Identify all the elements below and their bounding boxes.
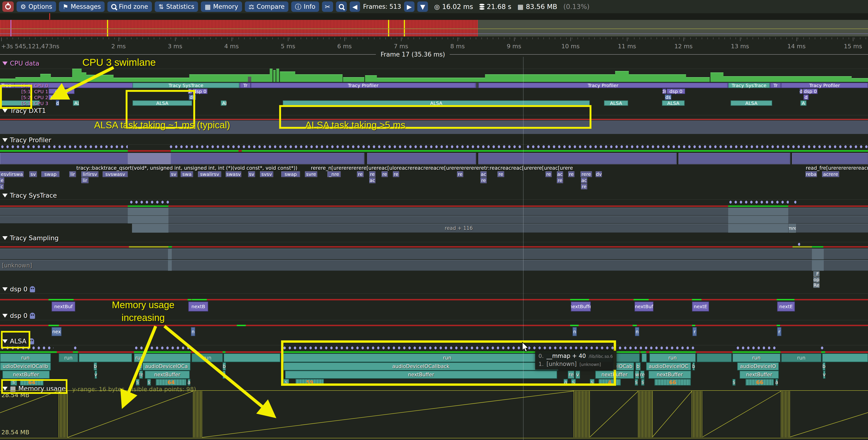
profiler-zone[interactable]: re — [498, 171, 504, 177]
sampling-stack-zone[interactable]: Re — [813, 283, 819, 288]
profiler-zone[interactable]: re — [581, 184, 587, 189]
profiler-zone[interactable]: e — [0, 177, 4, 183]
profiler-zone[interactable] — [0, 153, 364, 164]
profiler-zone[interactable]: ac — [480, 171, 487, 177]
alsa-detail-zone[interactable]: s — [635, 379, 638, 386]
profiler-zone[interactable] — [679, 153, 790, 164]
systrace-zone[interactable] — [728, 208, 788, 215]
profiler-zone[interactable]: svre — [305, 171, 317, 177]
alsa-callback-zone[interactable]: b — [223, 362, 226, 371]
sampling-zone[interactable] — [0, 248, 868, 259]
tools-button[interactable]: ✂ — [322, 1, 333, 12]
dsp1-zone[interactable]: nextE — [692, 301, 709, 312]
section-header-tracy-systrace[interactable]: Tracy SysTrace — [2, 192, 57, 199]
cpu0-zone[interactable]: Tracy SysTrace — [132, 83, 240, 88]
profiler-zone[interactable] — [792, 153, 868, 164]
alsa-run-zone[interactable] — [79, 353, 132, 362]
sampling-zone[interactable] — [168, 260, 172, 271]
profiler-zone[interactable]: re — [568, 171, 575, 177]
profiler-zone[interactable]: sv — [170, 171, 178, 177]
messages-button[interactable]: ⚑Messages — [59, 1, 105, 12]
alsa-nextbuffer-zone[interactable]: v — [823, 371, 826, 379]
profiler-zone[interactable]: swasv — [226, 171, 241, 177]
dsp2-zone[interactable]: n — [635, 327, 639, 336]
dsp1-zone[interactable]: nextB — [188, 301, 208, 312]
cpu3-zone[interactable]: AL — [221, 100, 226, 106]
profiler-zone[interactable]: re — [546, 171, 552, 177]
cpu0-zone[interactable]: Tracy SysTrace — [728, 83, 770, 88]
alsa-run-zone[interactable] — [822, 353, 868, 362]
info-button[interactable]: ⓘInfo — [291, 1, 319, 12]
statistics-button[interactable]: ⇅Statistics — [155, 1, 198, 12]
profiler-zone[interactable]: re — [357, 171, 364, 177]
dsp1-zone[interactable]: nextBuf — [52, 301, 75, 312]
profiler-zone[interactable]: acrere — [822, 171, 839, 177]
alsa-run-zone[interactable]: run — [0, 353, 51, 362]
dsp1-zone[interactable]: nextE — [777, 301, 795, 312]
cpu2-zone[interactable]: d — [803, 94, 809, 100]
alsa-run-zone[interactable] — [613, 353, 640, 362]
prev-frame-button[interactable]: ◀ — [350, 1, 360, 12]
sample-dots[interactable] — [820, 347, 824, 350]
cpu3-zone[interactable]: ALSA — [604, 100, 628, 106]
profiler-zone[interactable]: _nre — [328, 171, 341, 177]
cpu3-zone[interactable]: d — [56, 100, 59, 106]
options-button[interactable]: ⚙Options — [17, 1, 56, 12]
sample-dots[interactable] — [0, 145, 128, 148]
profiler-zone[interactable]: re — [480, 177, 487, 183]
alsa-callback-zone[interactable]: audioDeviceIOCa — [143, 362, 190, 371]
profiler-zone[interactable]: swalirsv — [198, 171, 221, 177]
alsa-run-zone[interactable]: run — [781, 353, 822, 362]
sample-dots[interactable] — [526, 145, 868, 148]
alsa-detail-zone[interactable]: s — [147, 379, 151, 386]
profiler-zone[interactable]: lir — [69, 171, 76, 177]
cpu0-zone[interactable] — [476, 83, 478, 88]
cpu3-zone[interactable]: A — [800, 100, 806, 106]
sampling-stack-zone[interactable]: _F — [813, 271, 819, 276]
section-header-tracy-sampling[interactable]: Tracy Sampling — [2, 234, 59, 242]
profiler-zone[interactable] — [128, 153, 171, 164]
frame-dropdown-button[interactable]: ▼ — [417, 1, 428, 12]
sampling-zone[interactable] — [812, 260, 824, 271]
cpu0-zone[interactable]: Tracy Profiler — [251, 83, 475, 88]
cpu1-zone[interactable]: ds — [662, 89, 666, 94]
sample-dots[interactable] — [129, 201, 169, 204]
dsp1-zone[interactable]: nextBuf — [634, 301, 653, 312]
alsa-detail-zone[interactable]: s — [733, 379, 736, 386]
alsa-run-zone[interactable]: run — [134, 353, 191, 362]
alsa-callback-zone[interactable]: hl — [138, 362, 142, 371]
sample-dots[interactable] — [618, 347, 694, 350]
cpu3-zone[interactable]: ALSA — [731, 100, 772, 106]
alsa-run-zone[interactable]: run — [192, 353, 223, 362]
power-button[interactable] — [2, 1, 14, 12]
alsa-callback-zone[interactable]: audioDeviceIOC — [646, 362, 691, 371]
cpu0-zone[interactable]: Tr — [770, 83, 781, 88]
cpu3-zone[interactable]: ALSA — [662, 100, 685, 106]
sample-dots[interactable] — [73, 347, 78, 350]
profiler-zone[interactable]: lirlirsv — [82, 171, 98, 177]
systrace-zone[interactable] — [728, 224, 788, 233]
dsp1-zone[interactable]: nextBuffe — [571, 301, 591, 312]
alsa-nextbuffer-zone[interactable]: nextBuffer — [2, 371, 50, 379]
profiler-zone[interactable]: dv — [596, 171, 602, 177]
alsa-callback-zone[interactable]: b — [692, 362, 695, 371]
sample-dots[interactable] — [169, 145, 523, 148]
alsa-run-zone[interactable] — [642, 353, 647, 362]
alsa-nextbuffer-zone[interactable]: nextBuffer — [648, 371, 691, 379]
section-header-cpu-data[interactable]: CPU data — [2, 60, 39, 67]
profiler-zone[interactable] — [478, 153, 677, 164]
alsa-detail-zone[interactable]: s — [136, 379, 140, 386]
sampling-zone[interactable] — [0, 260, 868, 271]
profiler-zone[interactable]: re — [457, 171, 463, 177]
sampling-zone[interactable] — [812, 248, 824, 259]
compare-button[interactable]: ⚖Compare — [245, 1, 288, 12]
profiler-zone[interactable]: re — [369, 171, 375, 177]
cpu0-zone[interactable]: Tracy Profiler — [781, 83, 868, 88]
alsa-detail-zone[interactable]: 64 — [156, 379, 186, 386]
cpu1-zone[interactable]: dsp 0 — [667, 89, 685, 94]
profiler-zone[interactable]: sv — [248, 171, 255, 177]
systrace-zone[interactable] — [128, 216, 168, 224]
profiler-zone[interactable]: re — [557, 177, 563, 183]
profiler-zone[interactable]: c — [0, 184, 4, 189]
profiler-zone[interactable]: esvlirswa — [0, 171, 24, 177]
